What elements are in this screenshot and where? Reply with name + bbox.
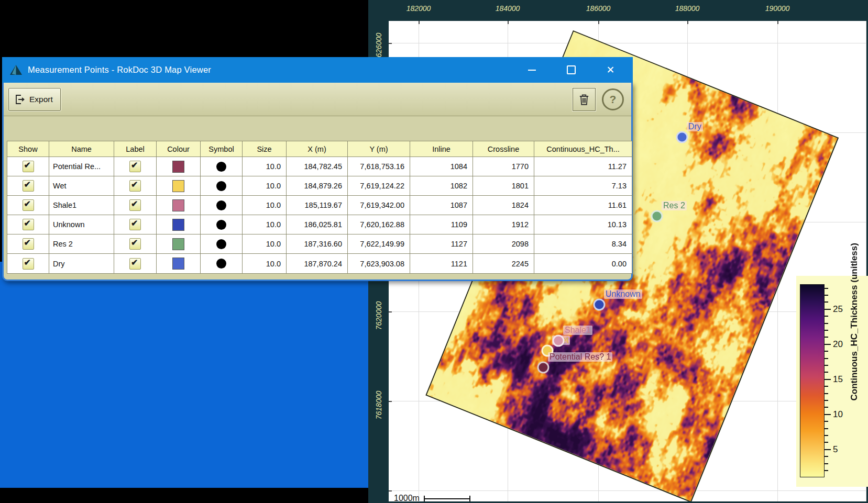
colorbar-tick-label: 20 <box>833 339 843 350</box>
show-checkbox[interactable] <box>23 258 34 270</box>
map-point-label: Dry <box>687 122 703 131</box>
table-row[interactable]: Res 210.0187,316.607,622,149.99112720988… <box>7 234 632 254</box>
show-cell <box>7 234 49 254</box>
symbol-cell <box>201 254 243 273</box>
close-button[interactable]: ✕ <box>599 60 622 81</box>
show-cell <box>7 215 49 234</box>
colour-swatch[interactable] <box>172 219 184 231</box>
hc-thickness-cell: 11.27 <box>534 157 632 176</box>
maximize-button[interactable] <box>559 60 583 81</box>
export-button[interactable]: Export <box>8 88 61 111</box>
colorbar-major-tick <box>825 309 831 310</box>
colorbar-minor-tick <box>825 351 828 352</box>
hc-thickness-cell: 10.13 <box>534 215 632 234</box>
x-cell: 184,879.26 <box>287 176 348 196</box>
crossline-cell: 1801 <box>473 176 534 196</box>
map-point-shale1[interactable] <box>553 335 565 347</box>
size-cell: 10.0 <box>243 234 287 254</box>
label-checkbox[interactable] <box>129 219 141 230</box>
column-header-show[interactable]: Show <box>7 141 49 157</box>
inline-cell: 1121 <box>410 254 473 273</box>
colour-cell <box>157 196 201 215</box>
help-icon: ? <box>610 93 617 106</box>
scale-bar-end-right <box>469 496 470 501</box>
colour-swatch[interactable] <box>172 180 184 192</box>
column-header-crossline[interactable]: Crossline <box>473 141 534 157</box>
colour-swatch[interactable] <box>172 161 184 173</box>
map-point-res-2[interactable] <box>651 210 663 222</box>
colour-swatch[interactable] <box>172 258 184 270</box>
screen: 182000184000186000188000190000 762600076… <box>0 0 868 503</box>
window-title-bar[interactable]: Measurement Points - RokDoc 3D Map Viewe… <box>2 57 633 83</box>
minimize-button[interactable] <box>520 60 544 81</box>
label-checkbox[interactable] <box>129 238 141 250</box>
colour-cell <box>157 234 201 254</box>
label-checkbox[interactable] <box>129 258 141 270</box>
colorbar-minor-tick <box>825 386 828 387</box>
name-cell: Res 2 <box>49 234 114 254</box>
y-gridline <box>389 43 866 43</box>
colorbar-minor-tick <box>825 428 828 429</box>
x-tick <box>419 21 420 24</box>
window-toolbar: Export ? <box>4 83 631 116</box>
colour-cell <box>157 157 201 176</box>
name-cell: Unknown <box>49 215 114 234</box>
y-tick <box>389 490 392 491</box>
colour-swatch[interactable] <box>172 238 184 250</box>
table-row[interactable]: Wet10.0184,879.267,619,124.22108218017.1… <box>7 176 632 196</box>
x-cell: 187,316.60 <box>287 234 348 254</box>
show-checkbox[interactable] <box>23 238 34 250</box>
column-header-symbol[interactable]: Symbol <box>201 141 243 157</box>
column-header-inline[interactable]: Inline <box>410 141 473 157</box>
scale-bar-label: 1000m <box>394 494 420 501</box>
show-checkbox[interactable] <box>23 161 34 172</box>
show-cell <box>7 157 49 176</box>
column-header-size[interactable]: Size <box>243 141 287 157</box>
y-tick <box>389 43 392 44</box>
column-header-x-m-[interactable]: X (m) <box>287 141 348 157</box>
show-checkbox[interactable] <box>23 219 34 230</box>
column-header-colour[interactable]: Colour <box>157 141 201 157</box>
column-header-y-m-[interactable]: Y (m) <box>348 141 410 157</box>
x-axis-label: 182000 <box>406 4 431 13</box>
column-header-name[interactable]: Name <box>49 141 114 157</box>
table-row[interactable]: Dry10.0187,870.247,623,903.08112122450.0… <box>7 254 632 273</box>
show-cell <box>7 196 49 215</box>
label-checkbox[interactable] <box>129 180 141 192</box>
label-checkbox[interactable] <box>129 199 141 211</box>
show-checkbox[interactable] <box>23 180 34 192</box>
background-black-strip <box>0 488 368 503</box>
name-cell: Potential Re... <box>49 157 114 176</box>
x-axis-label: 188000 <box>675 4 700 13</box>
label-checkbox[interactable] <box>129 161 141 172</box>
x-tick <box>777 21 778 24</box>
column-header-label[interactable]: Label <box>114 141 157 157</box>
map-point-potential-res-1[interactable] <box>537 362 550 374</box>
table-row[interactable]: Potential Re...10.0184,782.457,618,753.1… <box>7 157 632 176</box>
map-point-unknown[interactable] <box>594 299 606 311</box>
y-cell: 7,622,149.99 <box>348 234 410 254</box>
table-row[interactable]: Shale110.0185,119.677,619,342.0010871824… <box>7 196 632 215</box>
delete-button[interactable] <box>573 88 596 111</box>
colour-cell <box>157 254 201 273</box>
help-button[interactable]: ? <box>602 88 624 110</box>
colorbar-tick-label: 5 <box>833 444 838 455</box>
colour-cell <box>157 215 201 234</box>
show-checkbox[interactable] <box>23 199 34 211</box>
x-tick <box>687 21 688 24</box>
colorbar-minor-tick <box>825 463 828 464</box>
inline-cell: 1127 <box>410 234 473 254</box>
crossline-cell: 2098 <box>473 234 534 254</box>
name-cell: Dry <box>49 254 114 273</box>
colorbar-major-tick <box>825 379 831 380</box>
y-cell: 7,619,342.00 <box>348 196 410 215</box>
colorbar-minor-tick <box>825 393 828 394</box>
inline-cell: 1109 <box>410 215 473 234</box>
export-label: Export <box>29 95 53 104</box>
table-row[interactable]: Unknown10.0186,025.817,620,162.881109191… <box>7 215 632 234</box>
colour-swatch[interactable] <box>172 199 184 211</box>
colorbar-minor-tick <box>825 400 828 401</box>
x-tick <box>598 21 599 24</box>
column-header-continuous-hc-th-[interactable]: Continuous_HC_Th... <box>534 141 632 157</box>
map-point-dry[interactable] <box>676 131 688 143</box>
